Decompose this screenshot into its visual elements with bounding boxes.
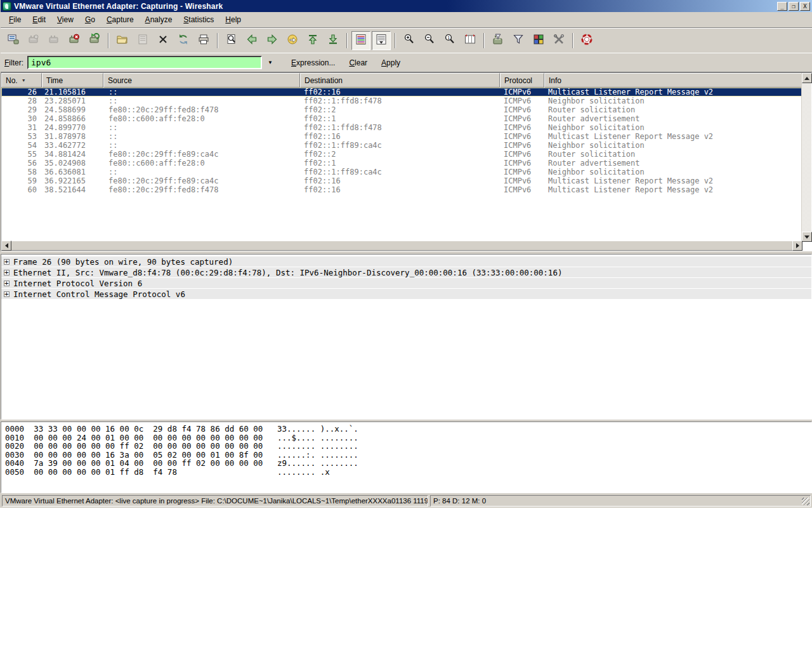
restart-capture-button[interactable] [85,31,104,50]
packet-row[interactable]: 5534.881424fe80::20c:29ff:fe89:ca4cff02:… [1,150,802,159]
close-button[interactable]: X [800,2,810,11]
packet-list-vertical-scrollbar[interactable] [801,73,811,242]
menu-analyze[interactable]: Analyze [140,13,178,26]
hex-line[interactable]: 0000 33 33 00 00 00 16 00 0c 29 d8 f4 78… [5,425,811,434]
close-file-button[interactable] [154,31,173,50]
packet-row[interactable]: 3024.858866fe80::c600:aff:fe28:0ff02::1I… [1,114,802,123]
hex-dump-pane: 0000 33 33 00 00 00 16 00 0c 29 d8 f4 78… [1,421,812,493]
filter-bar: Filter: ▼ Expression... Clear Apply [1,53,812,72]
restore-button[interactable]: ❐ [789,2,799,11]
print-button[interactable] [194,31,213,50]
zoom-100-button[interactable]: 1 [440,31,459,50]
sort-indicator-icon: ▼ [22,78,26,83]
hex-line[interactable]: 0020 00 00 00 00 00 00 ff 02 00 00 00 00… [5,442,811,451]
menu-go[interactable]: Go [79,13,101,26]
go-forward-button[interactable] [263,31,282,50]
go-to-packet-button[interactable] [283,31,302,50]
coloring-rules-button[interactable] [529,31,548,50]
go-back-button[interactable] [242,31,261,50]
scroll-left-icon[interactable] [1,241,11,251]
detail-tree-row[interactable]: Internet Control Message Protocol v6 [1,289,811,299]
packet-row[interactable]: 6038.521644fe80::20c:29ff:fed8:f478ff02:… [1,185,802,194]
menu-file[interactable]: File [3,13,27,26]
stop-capture-button[interactable] [65,31,84,50]
minimize-button[interactable]: _ [777,2,787,11]
packet-row[interactable]: 5635.024908fe80::c600:aff:fe28:0ff02::1I… [1,159,802,168]
open-file-icon [116,33,129,48]
capture-filters-button[interactable] [488,31,508,50]
column-header-destination[interactable]: Destination [300,73,500,88]
hex-line[interactable]: 0010 00 00 00 24 00 01 00 00 00 00 00 00… [5,434,811,442]
toolbar-separator [395,33,396,48]
filter-input[interactable] [27,56,262,69]
scroll-up-icon[interactable] [802,73,812,83]
list-interfaces-button[interactable] [4,31,23,50]
zoom-in-button[interactable] [400,31,419,50]
clear-button[interactable]: Clear [344,57,372,69]
packet-row[interactable]: 3124.899770::ff02::1:ffd8:f478ICMPv6Neig… [1,123,802,132]
go-to-top-button[interactable] [303,31,322,50]
packet-row[interactable]: 2823.285071::ff02::1:ffd8:f478ICMPv6Neig… [1,96,802,105]
packet-details-pane: Frame 26 (90 bytes on wire, 90 bytes cap… [1,254,812,420]
expand-icon[interactable] [4,270,10,275]
help-button[interactable] [577,31,596,50]
hex-line[interactable]: 0040 7a 39 00 00 00 01 04 00 00 00 ff 02… [5,459,811,468]
packet-row[interactable]: 5936.922165fe80::20c:29ff:fe89:ca4cff02:… [1,176,802,185]
detail-tree-row[interactable]: Ethernet II, Src: Vmware_d8:f4:78 (00:0c… [1,267,811,277]
column-header-source[interactable]: Source [103,73,300,88]
column-header-info[interactable]: Info [544,73,802,88]
stop-capture-icon [68,33,81,48]
svg-text:1: 1 [447,35,450,40]
status-bar: VMware Virtual Ethernet Adapter: <live c… [1,494,812,507]
main-toolbar: 1 [1,28,812,53]
open-file-button[interactable] [113,31,132,50]
apply-button[interactable]: Apply [376,57,405,69]
resize-columns-icon [464,33,476,48]
go-to-bottom-button[interactable] [324,31,343,50]
go-forward-icon [266,33,278,48]
expand-icon[interactable] [4,259,10,265]
save-file-button[interactable] [133,31,152,50]
start-capture-button[interactable] [44,31,63,50]
zoom-100-icon: 1 [443,33,456,48]
menu-help[interactable]: Help [219,13,247,26]
expression-button[interactable]: Expression... [286,57,340,69]
toolbar-separator [346,33,348,48]
detail-tree-row[interactable]: Internet Protocol Version 6 [1,278,811,288]
zoom-out-button[interactable] [420,31,439,50]
packet-row[interactable]: 5836.636081::ff02::1:ff89:ca4cICMPv6Neig… [1,168,802,176]
resize-columns-button[interactable] [461,31,480,50]
expand-icon[interactable] [4,281,10,286]
packet-row[interactable]: 5433.462772::ff02::1:ff89:ca4cICMPv6Neig… [1,141,802,150]
auto-scroll-button[interactable] [372,31,391,50]
hex-line[interactable]: 0030 00 00 00 00 00 16 3a 00 05 02 00 00… [5,451,811,460]
scroll-down-icon[interactable] [802,232,812,242]
hex-line[interactable]: 0050 00 00 00 00 00 01 ff d8 f4 78 .....… [5,468,811,477]
menu-capture[interactable]: Capture [101,13,140,26]
display-filters-button[interactable] [509,31,528,50]
menu-view[interactable]: View [51,13,79,26]
colorize-button[interactable] [351,31,370,50]
capture-filters-icon [492,33,504,48]
expand-icon[interactable] [4,291,10,297]
packet-rows: 2621.105816::ff02::16ICMPv6Multicast Lis… [1,88,802,251]
packet-row[interactable]: 2924.588699fe80::20c:29ff:fed8:f478ff02:… [1,105,802,114]
menu-edit[interactable]: Edit [27,13,51,26]
reload-button[interactable] [174,31,193,50]
packet-row[interactable]: 2621.105816::ff02::16ICMPv6Multicast Lis… [1,88,802,96]
capture-options-button[interactable] [24,31,43,50]
column-header-protocol[interactable]: Protocol [500,73,544,88]
detail-tree-row[interactable]: Frame 26 (90 bytes on wire, 90 bytes cap… [1,256,811,267]
scroll-right-icon[interactable] [792,241,802,251]
find-packet-button[interactable] [222,31,241,50]
horizontal-scroll-track[interactable] [11,241,792,251]
packet-row[interactable]: 5331.878978::ff02::16ICMPv6Multicast Lis… [1,132,802,141]
packet-list-header: No.▼ Time Source Destination Protocol In… [1,73,802,88]
preferences-button[interactable] [549,31,568,50]
filter-dropdown-icon[interactable]: ▼ [266,58,275,68]
packet-list-horizontal-scrollbar[interactable] [1,241,802,251]
resize-grip[interactable] [802,498,809,505]
menu-statistics[interactable]: Statistics [178,13,219,26]
column-header-time[interactable]: Time [42,73,103,88]
column-header-no[interactable]: No.▼ [1,73,42,88]
